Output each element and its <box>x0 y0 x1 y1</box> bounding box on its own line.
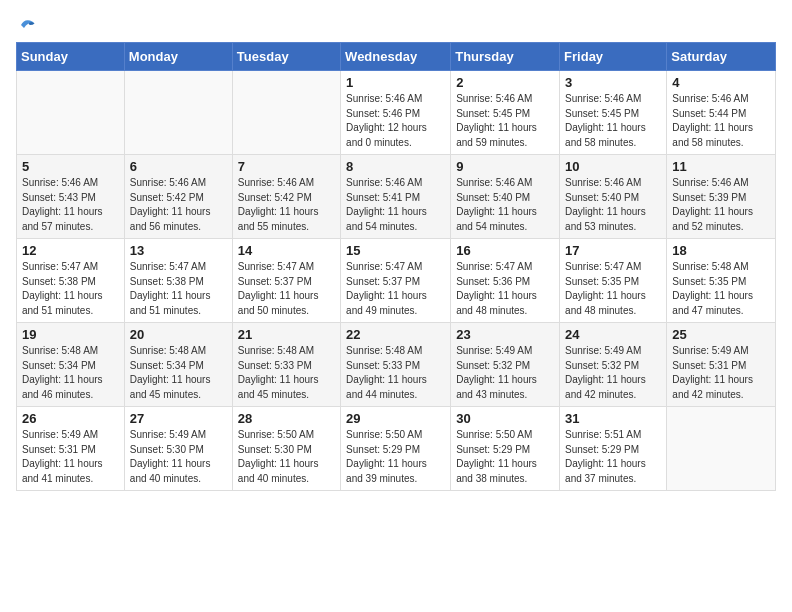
day-number: 30 <box>456 411 554 426</box>
calendar-cell: 23Sunrise: 5:49 AM Sunset: 5:32 PM Dayli… <box>451 323 560 407</box>
day-number: 20 <box>130 327 227 342</box>
calendar-cell: 15Sunrise: 5:47 AM Sunset: 5:37 PM Dayli… <box>341 239 451 323</box>
day-info: Sunrise: 5:46 AM Sunset: 5:43 PM Dayligh… <box>22 176 119 234</box>
day-info: Sunrise: 5:49 AM Sunset: 5:30 PM Dayligh… <box>130 428 227 486</box>
day-number: 14 <box>238 243 335 258</box>
day-info: Sunrise: 5:50 AM Sunset: 5:29 PM Dayligh… <box>346 428 445 486</box>
calendar-day-header: Friday <box>560 43 667 71</box>
day-number: 28 <box>238 411 335 426</box>
day-number: 21 <box>238 327 335 342</box>
day-info: Sunrise: 5:50 AM Sunset: 5:29 PM Dayligh… <box>456 428 554 486</box>
calendar-cell <box>232 71 340 155</box>
day-number: 5 <box>22 159 119 174</box>
day-info: Sunrise: 5:49 AM Sunset: 5:32 PM Dayligh… <box>456 344 554 402</box>
page-container: SundayMondayTuesdayWednesdayThursdayFrid… <box>0 0 792 499</box>
day-info: Sunrise: 5:49 AM Sunset: 5:31 PM Dayligh… <box>672 344 770 402</box>
day-info: Sunrise: 5:51 AM Sunset: 5:29 PM Dayligh… <box>565 428 661 486</box>
calendar-cell: 1Sunrise: 5:46 AM Sunset: 5:46 PM Daylig… <box>341 71 451 155</box>
calendar-cell: 22Sunrise: 5:48 AM Sunset: 5:33 PM Dayli… <box>341 323 451 407</box>
day-info: Sunrise: 5:47 AM Sunset: 5:38 PM Dayligh… <box>22 260 119 318</box>
calendar-cell: 4Sunrise: 5:46 AM Sunset: 5:44 PM Daylig… <box>667 71 776 155</box>
day-info: Sunrise: 5:47 AM Sunset: 5:38 PM Dayligh… <box>130 260 227 318</box>
calendar-cell: 9Sunrise: 5:46 AM Sunset: 5:40 PM Daylig… <box>451 155 560 239</box>
calendar-day-header: Thursday <box>451 43 560 71</box>
calendar-cell: 19Sunrise: 5:48 AM Sunset: 5:34 PM Dayli… <box>17 323 125 407</box>
calendar-cell: 25Sunrise: 5:49 AM Sunset: 5:31 PM Dayli… <box>667 323 776 407</box>
calendar-cell <box>17 71 125 155</box>
calendar-cell: 12Sunrise: 5:47 AM Sunset: 5:38 PM Dayli… <box>17 239 125 323</box>
calendar-week-row: 5Sunrise: 5:46 AM Sunset: 5:43 PM Daylig… <box>17 155 776 239</box>
calendar-cell: 18Sunrise: 5:48 AM Sunset: 5:35 PM Dayli… <box>667 239 776 323</box>
logo <box>16 16 36 34</box>
day-number: 22 <box>346 327 445 342</box>
day-info: Sunrise: 5:46 AM Sunset: 5:40 PM Dayligh… <box>565 176 661 234</box>
day-info: Sunrise: 5:47 AM Sunset: 5:36 PM Dayligh… <box>456 260 554 318</box>
day-number: 8 <box>346 159 445 174</box>
day-info: Sunrise: 5:46 AM Sunset: 5:41 PM Dayligh… <box>346 176 445 234</box>
calendar-cell: 11Sunrise: 5:46 AM Sunset: 5:39 PM Dayli… <box>667 155 776 239</box>
day-number: 31 <box>565 411 661 426</box>
calendar-day-header: Tuesday <box>232 43 340 71</box>
day-info: Sunrise: 5:48 AM Sunset: 5:34 PM Dayligh… <box>22 344 119 402</box>
calendar-cell: 27Sunrise: 5:49 AM Sunset: 5:30 PM Dayli… <box>124 407 232 491</box>
calendar-cell: 13Sunrise: 5:47 AM Sunset: 5:38 PM Dayli… <box>124 239 232 323</box>
day-info: Sunrise: 5:46 AM Sunset: 5:42 PM Dayligh… <box>130 176 227 234</box>
calendar-cell: 26Sunrise: 5:49 AM Sunset: 5:31 PM Dayli… <box>17 407 125 491</box>
day-info: Sunrise: 5:49 AM Sunset: 5:32 PM Dayligh… <box>565 344 661 402</box>
day-number: 16 <box>456 243 554 258</box>
day-info: Sunrise: 5:48 AM Sunset: 5:35 PM Dayligh… <box>672 260 770 318</box>
calendar-day-header: Sunday <box>17 43 125 71</box>
calendar-cell: 20Sunrise: 5:48 AM Sunset: 5:34 PM Dayli… <box>124 323 232 407</box>
day-info: Sunrise: 5:47 AM Sunset: 5:37 PM Dayligh… <box>346 260 445 318</box>
day-info: Sunrise: 5:46 AM Sunset: 5:45 PM Dayligh… <box>456 92 554 150</box>
calendar-cell: 6Sunrise: 5:46 AM Sunset: 5:42 PM Daylig… <box>124 155 232 239</box>
page-header <box>16 16 776 34</box>
calendar-week-row: 26Sunrise: 5:49 AM Sunset: 5:31 PM Dayli… <box>17 407 776 491</box>
day-info: Sunrise: 5:50 AM Sunset: 5:30 PM Dayligh… <box>238 428 335 486</box>
calendar-cell: 31Sunrise: 5:51 AM Sunset: 5:29 PM Dayli… <box>560 407 667 491</box>
calendar-day-header: Saturday <box>667 43 776 71</box>
day-number: 19 <box>22 327 119 342</box>
calendar-week-row: 19Sunrise: 5:48 AM Sunset: 5:34 PM Dayli… <box>17 323 776 407</box>
calendar-header-row: SundayMondayTuesdayWednesdayThursdayFrid… <box>17 43 776 71</box>
calendar-cell: 5Sunrise: 5:46 AM Sunset: 5:43 PM Daylig… <box>17 155 125 239</box>
day-number: 25 <box>672 327 770 342</box>
day-number: 6 <box>130 159 227 174</box>
logo-bird-icon <box>18 16 36 34</box>
day-info: Sunrise: 5:46 AM Sunset: 5:42 PM Dayligh… <box>238 176 335 234</box>
calendar-cell: 7Sunrise: 5:46 AM Sunset: 5:42 PM Daylig… <box>232 155 340 239</box>
day-info: Sunrise: 5:49 AM Sunset: 5:31 PM Dayligh… <box>22 428 119 486</box>
day-number: 1 <box>346 75 445 90</box>
day-number: 4 <box>672 75 770 90</box>
calendar-cell: 30Sunrise: 5:50 AM Sunset: 5:29 PM Dayli… <box>451 407 560 491</box>
day-info: Sunrise: 5:46 AM Sunset: 5:44 PM Dayligh… <box>672 92 770 150</box>
day-number: 7 <box>238 159 335 174</box>
day-number: 26 <box>22 411 119 426</box>
calendar-cell: 28Sunrise: 5:50 AM Sunset: 5:30 PM Dayli… <box>232 407 340 491</box>
day-number: 15 <box>346 243 445 258</box>
calendar-table: SundayMondayTuesdayWednesdayThursdayFrid… <box>16 42 776 491</box>
day-number: 10 <box>565 159 661 174</box>
day-info: Sunrise: 5:48 AM Sunset: 5:33 PM Dayligh… <box>238 344 335 402</box>
day-info: Sunrise: 5:48 AM Sunset: 5:33 PM Dayligh… <box>346 344 445 402</box>
calendar-week-row: 1Sunrise: 5:46 AM Sunset: 5:46 PM Daylig… <box>17 71 776 155</box>
calendar-cell: 29Sunrise: 5:50 AM Sunset: 5:29 PM Dayli… <box>341 407 451 491</box>
day-number: 13 <box>130 243 227 258</box>
calendar-cell: 3Sunrise: 5:46 AM Sunset: 5:45 PM Daylig… <box>560 71 667 155</box>
calendar-cell: 10Sunrise: 5:46 AM Sunset: 5:40 PM Dayli… <box>560 155 667 239</box>
calendar-cell: 8Sunrise: 5:46 AM Sunset: 5:41 PM Daylig… <box>341 155 451 239</box>
day-info: Sunrise: 5:47 AM Sunset: 5:37 PM Dayligh… <box>238 260 335 318</box>
calendar-week-row: 12Sunrise: 5:47 AM Sunset: 5:38 PM Dayli… <box>17 239 776 323</box>
calendar-cell: 21Sunrise: 5:48 AM Sunset: 5:33 PM Dayli… <box>232 323 340 407</box>
calendar-cell: 17Sunrise: 5:47 AM Sunset: 5:35 PM Dayli… <box>560 239 667 323</box>
day-info: Sunrise: 5:46 AM Sunset: 5:39 PM Dayligh… <box>672 176 770 234</box>
calendar-cell <box>124 71 232 155</box>
day-info: Sunrise: 5:46 AM Sunset: 5:46 PM Dayligh… <box>346 92 445 150</box>
day-number: 29 <box>346 411 445 426</box>
day-info: Sunrise: 5:46 AM Sunset: 5:45 PM Dayligh… <box>565 92 661 150</box>
calendar-cell: 2Sunrise: 5:46 AM Sunset: 5:45 PM Daylig… <box>451 71 560 155</box>
calendar-cell: 24Sunrise: 5:49 AM Sunset: 5:32 PM Dayli… <box>560 323 667 407</box>
day-number: 2 <box>456 75 554 90</box>
day-number: 23 <box>456 327 554 342</box>
calendar-day-header: Wednesday <box>341 43 451 71</box>
